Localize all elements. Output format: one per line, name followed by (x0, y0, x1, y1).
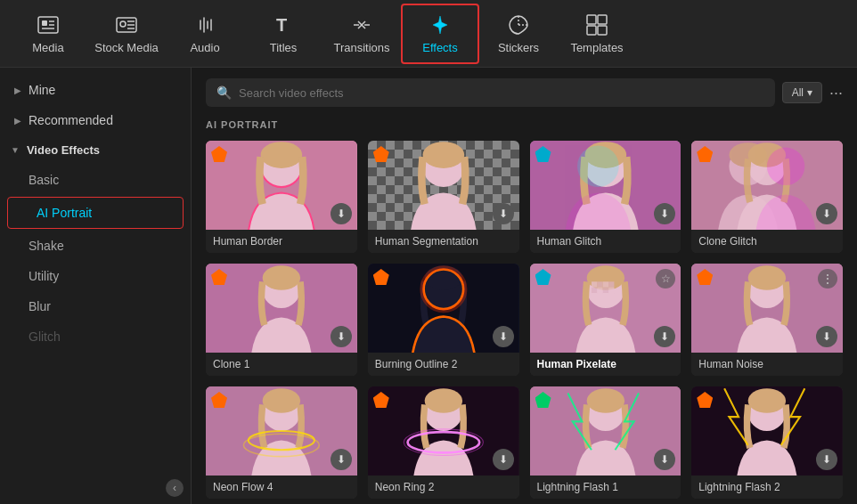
effect-card-lightning-1[interactable]: ⬇ Lightning Flash 1 (530, 386, 682, 499)
effect-card-lightning-2[interactable]: ⬇ Lightning Flash 2 (691, 386, 843, 499)
effect-card-human-noise[interactable]: ⋮ ⬇ Human Noise (691, 264, 843, 376)
stickers-icon (506, 12, 531, 37)
effect-card-human-border[interactable]: ⬇ Human Border (206, 141, 357, 253)
nav-media[interactable]: Media (9, 4, 87, 64)
effects-grid: ⬇ Human Border ⬇ (206, 141, 843, 499)
nav-titles[interactable]: T Titles (244, 4, 322, 64)
sidebar-shake-label: Shake (29, 239, 64, 253)
chevron-right-icon: ▶ (14, 85, 21, 95)
effect-card-burning-outline[interactable]: ⬇ Burning Outline 2 (368, 264, 519, 376)
chevron-right-icon-2: ▶ (14, 116, 21, 126)
svg-point-59 (424, 388, 461, 413)
nav-effects[interactable]: Effects (401, 4, 479, 64)
effect-label-neon-flow-4: Neon Flow 4 (206, 476, 357, 499)
sidebar-item-utility[interactable]: Utility (0, 261, 191, 291)
svg-rect-43 (602, 281, 608, 287)
nav-media-label: Media (32, 41, 63, 54)
nav-templates[interactable]: Templates (558, 4, 636, 64)
effect-label-lightning-1: Lightning Flash 1 (530, 476, 682, 499)
sidebar-collapse-button[interactable]: ‹ (166, 479, 184, 497)
svg-rect-46 (597, 288, 602, 293)
sidebar-item-glitch[interactable]: Glitch (0, 321, 191, 352)
sidebar-utility-label: Utility (29, 269, 59, 283)
effect-label-human-border: Human Border (206, 230, 357, 253)
effect-card-clone-glitch[interactable]: ⬇ Clone Glitch (691, 141, 843, 253)
svg-rect-0 (38, 17, 58, 33)
svg-point-54 (263, 388, 300, 413)
svg-rect-8 (587, 15, 596, 24)
effect-label-human-glitch: Human Glitch (530, 230, 682, 253)
search-bar: 🔍 (206, 78, 775, 107)
download-btn-neon-flow[interactable]: ⬇ (331, 449, 352, 470)
effect-card-neon-ring-2[interactable]: ⬇ Neon Ring 2 (368, 386, 519, 499)
sidebar-item-blur[interactable]: Blur (0, 291, 191, 321)
effect-card-human-glitch[interactable]: ⬇ Human Glitch (530, 141, 682, 253)
sidebar-item-ai-portrait[interactable]: AI Portrait (7, 197, 184, 229)
nav-stickers[interactable]: Stickers (479, 4, 558, 64)
sidebar-item-mine[interactable]: ▶ Mine (0, 75, 191, 105)
nav-transitions-label: Transitions (333, 41, 389, 54)
effect-label-neon-ring-2: Neon Ring 2 (368, 476, 519, 499)
audio-icon (192, 12, 217, 37)
sidebar-item-shake[interactable]: Shake (0, 231, 191, 261)
effect-thumb-clone-1: ⬇ (206, 264, 357, 353)
more-options-button[interactable]: ··· (829, 84, 843, 102)
svg-point-67 (748, 388, 786, 413)
svg-rect-45 (591, 288, 596, 293)
media-icon (36, 12, 61, 37)
nav-effects-label: Effects (422, 41, 458, 54)
filter-button[interactable]: All ▾ (782, 82, 822, 103)
sidebar-blur-label: Blur (29, 299, 51, 313)
svg-rect-11 (598, 26, 607, 35)
sidebar-item-basic[interactable]: Basic (0, 165, 191, 195)
nav-audio[interactable]: Audio (166, 4, 244, 64)
effect-thumb-neon-flow-4: ⬇ (206, 386, 357, 476)
main-layout: ▶ Mine ▶ Recommended ▼ Video Effects Bas… (0, 68, 857, 504)
download-btn-clone-1[interactable]: ⬇ (331, 326, 352, 347)
search-icon: 🔍 (216, 85, 232, 100)
svg-point-22 (577, 145, 619, 187)
nav-stickers-label: Stickers (498, 41, 539, 54)
search-input[interactable] (239, 86, 764, 100)
effect-card-neon-flow-4[interactable]: ⬇ Neon Flow 4 (206, 386, 357, 499)
svg-rect-1 (42, 20, 47, 26)
svg-point-51 (748, 265, 786, 290)
download-btn-human-seg[interactable]: ⬇ (493, 203, 514, 224)
sidebar-item-recommended[interactable]: ▶ Recommended (0, 105, 191, 135)
sidebar-video-effects-label: Video Effects (27, 143, 100, 157)
stock-media-icon (114, 12, 139, 37)
svg-rect-10 (587, 26, 596, 35)
nav-audio-label: Audio (190, 41, 219, 54)
effect-card-clone-1[interactable]: ⬇ Clone 1 (206, 264, 357, 376)
effect-label-human-noise: Human Noise (691, 353, 843, 376)
top-navigation: Media Stock Media Audio T Titles (0, 0, 857, 68)
titles-icon: T (271, 12, 296, 37)
download-btn-burning[interactable]: ⬇ (493, 326, 514, 347)
sidebar: ▶ Mine ▶ Recommended ▼ Video Effects Bas… (0, 68, 192, 504)
nav-transitions[interactable]: Transitions (322, 4, 401, 64)
svg-point-32 (263, 265, 300, 290)
download-btn-lightning-2[interactable]: ⬇ (816, 449, 837, 470)
download-btn-clone-glitch[interactable]: ⬇ (816, 203, 837, 224)
sidebar-section-video-effects[interactable]: ▼ Video Effects (0, 135, 191, 165)
effect-label-clone-1: Clone 1 (206, 353, 357, 376)
svg-rect-41 (591, 281, 596, 287)
transitions-icon (349, 12, 374, 37)
effect-card-human-pixelate[interactable]: ☆ ⬇ Human Pixelate (530, 264, 682, 376)
dots-icon-human-noise[interactable]: ⋮ (818, 269, 837, 289)
download-btn-human-noise[interactable]: ⬇ (816, 326, 837, 347)
download-btn-neon-ring[interactable]: ⬇ (493, 449, 514, 470)
templates-icon (584, 12, 609, 37)
effect-card-human-segmentation[interactable]: ⬇ Human Segmentation (368, 141, 519, 253)
svg-rect-9 (598, 15, 607, 24)
nav-stock-media[interactable]: Stock Media (87, 4, 166, 64)
effect-thumb-burning-outline: ⬇ (368, 264, 519, 353)
download-btn-human-border[interactable]: ⬇ (331, 203, 352, 224)
svg-rect-42 (597, 281, 602, 287)
svg-point-64 (586, 388, 624, 413)
nav-titles-label: Titles (270, 41, 298, 54)
svg-point-18 (422, 142, 464, 168)
effect-thumb-clone-glitch: ⬇ (691, 141, 843, 230)
effect-label-human-seg: Human Segmentation (368, 230, 519, 253)
sidebar-recommended-label: Recommended (29, 113, 113, 127)
